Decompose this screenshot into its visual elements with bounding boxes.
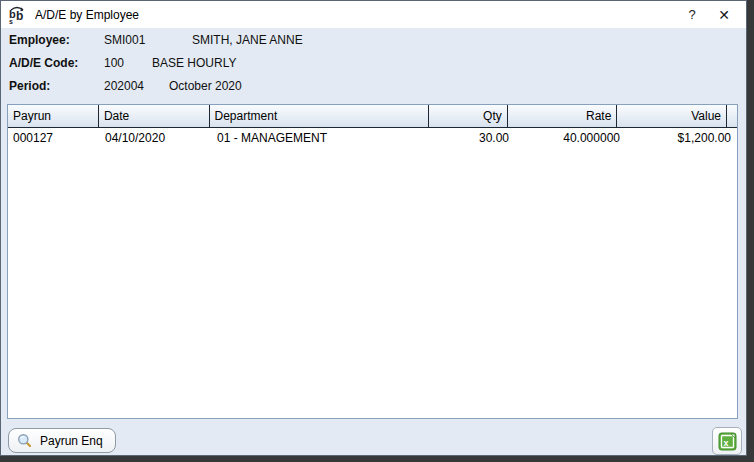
ade-results-table: Payrun Date Department Qty Rate Value 00… — [7, 104, 738, 419]
excel-export-icon: x — [718, 432, 737, 451]
column-header-payrun[interactable]: Payrun — [8, 105, 99, 127]
svg-text:b: b — [16, 9, 23, 23]
dialog-title: A/D/E by Employee — [35, 8, 139, 22]
column-header-filler — [727, 105, 737, 127]
cell-date: 04/10/2020 — [100, 128, 212, 148]
period-desc: October 2020 — [169, 79, 242, 93]
table-header-row: Payrun Date Department Qty Rate Value — [8, 105, 737, 128]
bsb-logo-icon: b b s — [8, 5, 27, 24]
employee-code: SMI001 — [104, 33, 145, 47]
svg-text:x: x — [723, 437, 728, 447]
payrun-enq-button[interactable]: Payrun Enq — [8, 428, 116, 453]
screen-background: b b s A/D/E by Employee ? ✕ Employee: SM… — [0, 0, 754, 462]
column-header-qty[interactable]: Qty — [429, 105, 508, 127]
employee-label: Employee: — [9, 33, 70, 47]
help-button[interactable]: ? — [676, 1, 708, 28]
column-header-value[interactable]: Value — [617, 105, 727, 127]
export-to-excel-button[interactable]: x — [712, 427, 742, 455]
column-header-department[interactable]: Department — [210, 105, 429, 127]
close-button[interactable]: ✕ — [708, 1, 740, 28]
ade-by-employee-dialog: b b s A/D/E by Employee ? ✕ Employee: SM… — [0, 0, 747, 456]
column-header-rate[interactable]: Rate — [508, 105, 618, 127]
ade-code-label: A/D/E Code: — [9, 56, 78, 70]
cell-payrun: 000127 — [8, 128, 100, 148]
ade-code-desc: BASE HOURLY — [152, 56, 236, 70]
svg-text:s: s — [9, 18, 13, 24]
table-row[interactable]: 000127 04/10/2020 01 - MANAGEMENT 30.00 … — [8, 128, 737, 148]
cell-rate: 40.000000 — [514, 128, 625, 148]
cell-qty: 30.00 — [434, 128, 514, 148]
employee-name: SMITH, JANE ANNE — [192, 33, 303, 47]
titlebar: b b s A/D/E by Employee ? ✕ — [1, 1, 746, 28]
payrun-enq-label: Payrun Enq — [40, 434, 103, 448]
period-label: Period: — [9, 79, 50, 93]
column-header-date[interactable]: Date — [99, 105, 210, 127]
magnifier-icon — [17, 433, 32, 448]
ade-code-value: 100 — [104, 56, 124, 70]
cell-department: 01 - MANAGEMENT — [212, 128, 434, 148]
period-code: 202004 — [104, 79, 144, 93]
cell-value: $1,200.00 — [625, 128, 736, 148]
